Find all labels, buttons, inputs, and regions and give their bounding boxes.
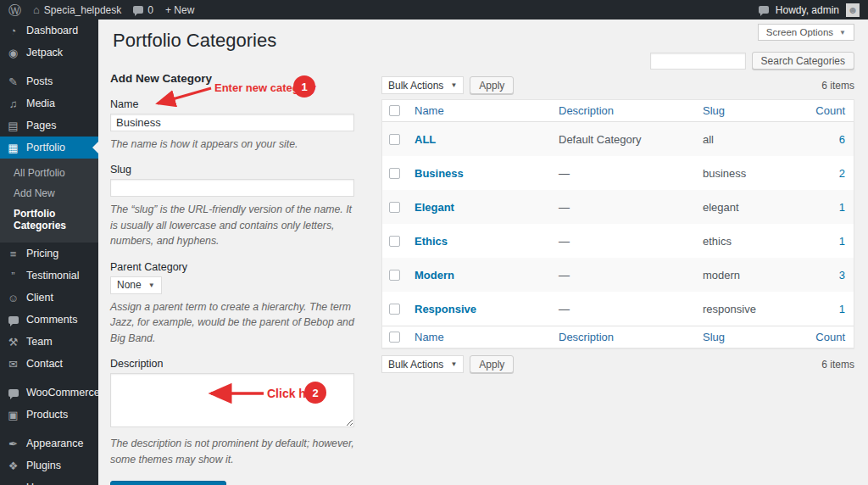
users-person-icon: ☻ <box>7 482 19 485</box>
sort-slug-header[interactable]: Slug <box>696 331 794 343</box>
comments-count: 0 <box>147 4 153 16</box>
sidebar-item-label: Pricing <box>26 248 58 259</box>
category-count-link[interactable]: 3 <box>794 269 854 282</box>
category-count-link[interactable]: 1 <box>794 201 854 214</box>
bulk-actions-label: Bulk Actions <box>388 359 443 371</box>
description-help-text: The description is not prominent by defa… <box>110 436 354 467</box>
sidebar-item-media[interactable]: ♫Media <box>0 92 98 114</box>
sidebar-item-label: Media <box>26 98 55 109</box>
sidebar-item-products[interactable]: ▣Products <box>0 404 98 426</box>
row-checkbox[interactable] <box>389 270 400 281</box>
sort-description-header[interactable]: Description <box>552 104 696 117</box>
category-slug: business <box>696 167 794 180</box>
sidebar-item-pages[interactable]: ▤Pages <box>0 114 98 137</box>
table-footer-row: Name Description Slug Count <box>382 326 854 348</box>
apply-button[interactable]: Apply <box>470 76 514 94</box>
submenu-item-portfolio-categories[interactable]: Portfolio Categories <box>0 203 98 236</box>
select-all-checkbox[interactable] <box>389 105 400 116</box>
sidebar-item-portfolio[interactable]: ▦Portfolio <box>0 137 98 159</box>
slug-field[interactable] <box>110 179 354 197</box>
name-label: Name <box>110 98 354 110</box>
category-count-link[interactable]: 2 <box>794 167 854 180</box>
screen-options-button[interactable]: Screen Options ▼ <box>758 24 854 41</box>
sidebar-item-pricing[interactable]: ≡Pricing <box>0 242 98 265</box>
sidebar-item-jetpack[interactable]: ◉Jetpack <box>0 42 98 64</box>
sidebar-item-posts[interactable]: ✎Posts <box>0 70 98 92</box>
sort-count-header[interactable]: Count <box>794 104 854 117</box>
jetpack-icon: ◉ <box>7 47 19 59</box>
sidebar-item-label: Posts <box>26 75 53 87</box>
site-name-menu[interactable]: ⌂ Specia_helpdesk <box>33 4 121 16</box>
sidebar-item-plugins[interactable]: ❖Plugins <box>0 454 98 477</box>
category-name-link[interactable]: Business <box>408 167 552 180</box>
comments-admin-bar-item[interactable]: 0 <box>133 4 153 16</box>
howdy-menu[interactable]: Howdy, admin <box>776 4 839 16</box>
sidebar-item-label: Plugins <box>26 460 61 471</box>
slug-help-text: The “slug” is the URL-friendly version o… <box>110 202 354 248</box>
name-field[interactable] <box>110 114 354 131</box>
category-name-link[interactable]: Elegant <box>408 201 552 214</box>
category-name-link[interactable]: ALL <box>408 133 552 146</box>
sidebar-item-label: Pages <box>26 120 56 131</box>
sidebar-item-contact[interactable]: ✉Contact <box>0 353 98 375</box>
sort-count-header[interactable]: Count <box>794 331 854 343</box>
category-slug: ethics <box>696 235 794 248</box>
sidebar-item-team[interactable]: ⚒Team <box>0 331 98 353</box>
sidebar-item-woocommerce[interactable]: WooCommerce <box>0 382 98 404</box>
select-all-checkbox[interactable] <box>389 332 400 343</box>
add-new-category-button[interactable]: Add New Category <box>110 481 226 485</box>
chat-bubble-icon <box>759 6 769 14</box>
admin-bar-right: Howdy, admin ☻ <box>759 3 860 17</box>
description-field[interactable] <box>110 373 354 427</box>
sort-name-header[interactable]: Name <box>408 331 552 343</box>
sidebar-item-label: Products <box>26 409 68 421</box>
bulk-actions-select[interactable]: Bulk Actions ▼ <box>381 355 464 373</box>
pages-icon: ▤ <box>7 120 19 131</box>
bulk-actions-select[interactable]: Bulk Actions ▼ <box>381 76 464 94</box>
submenu-item-add-new[interactable]: Add New <box>0 183 98 203</box>
woocommerce-bubble-icon <box>8 389 19 397</box>
row-checkbox[interactable] <box>389 168 400 179</box>
table-row: Responsive—responsive1 <box>382 292 854 326</box>
parent-help-text: Assign a parent term to create a hierarc… <box>110 299 354 346</box>
sidebar-item-label: Dashboard <box>26 25 78 36</box>
submenu-item-all-portfolio[interactable]: All Portfolio <box>0 163 98 183</box>
category-description: — <box>552 235 696 248</box>
row-checkbox[interactable] <box>389 202 400 213</box>
sort-name-header[interactable]: Name <box>408 104 552 117</box>
row-checkbox[interactable] <box>389 236 400 247</box>
row-checkbox[interactable] <box>389 134 400 145</box>
category-name-link[interactable]: Modern <box>408 269 552 282</box>
sidebar-item-label: Portfolio <box>26 142 65 153</box>
sidebar-item-users[interactable]: ☻Users <box>0 477 98 485</box>
category-count-link[interactable]: 1 <box>794 303 854 315</box>
sidebar-item-client[interactable]: ☺Client <box>0 287 98 309</box>
sort-slug-header[interactable]: Slug <box>696 104 794 117</box>
screen-options-label: Screen Options <box>766 27 833 37</box>
sidebar-item-appearance[interactable]: ✒Appearance <box>0 432 98 454</box>
parent-category-select[interactable]: None ▼ <box>110 276 162 294</box>
search-input[interactable] <box>650 53 746 70</box>
avatar[interactable]: ☻ <box>846 3 860 17</box>
items-count: 6 items <box>821 80 854 92</box>
new-label: + New <box>165 4 194 16</box>
apply-button[interactable]: Apply <box>470 355 514 373</box>
sidebar-item-label: Jetpack <box>26 47 63 59</box>
chevron-down-icon: ▼ <box>450 360 457 368</box>
sort-description-header[interactable]: Description <box>552 331 696 343</box>
sidebar-separator <box>0 426 98 432</box>
products-box-icon: ▣ <box>7 410 19 421</box>
category-slug: responsive <box>696 303 794 315</box>
new-content-menu[interactable]: + New <box>165 4 194 16</box>
row-checkbox[interactable] <box>389 304 400 315</box>
category-name-link[interactable]: Responsive <box>408 303 552 315</box>
category-count-link[interactable]: 6 <box>794 133 854 146</box>
sidebar-item-comments[interactable]: Comments <box>0 309 98 331</box>
category-description: Default Category <box>552 133 696 146</box>
category-name-link[interactable]: Ethics <box>408 235 552 248</box>
category-count-link[interactable]: 1 <box>794 235 854 248</box>
search-categories-button[interactable]: Search Categories <box>752 52 854 70</box>
wordpress-logo-menu[interactable]: Ⓦ <box>8 3 21 16</box>
sidebar-item-dashboard[interactable]: ◔Dashboard <box>0 20 98 42</box>
sidebar-item-testimonial[interactable]: ”Testimonial <box>0 265 98 287</box>
